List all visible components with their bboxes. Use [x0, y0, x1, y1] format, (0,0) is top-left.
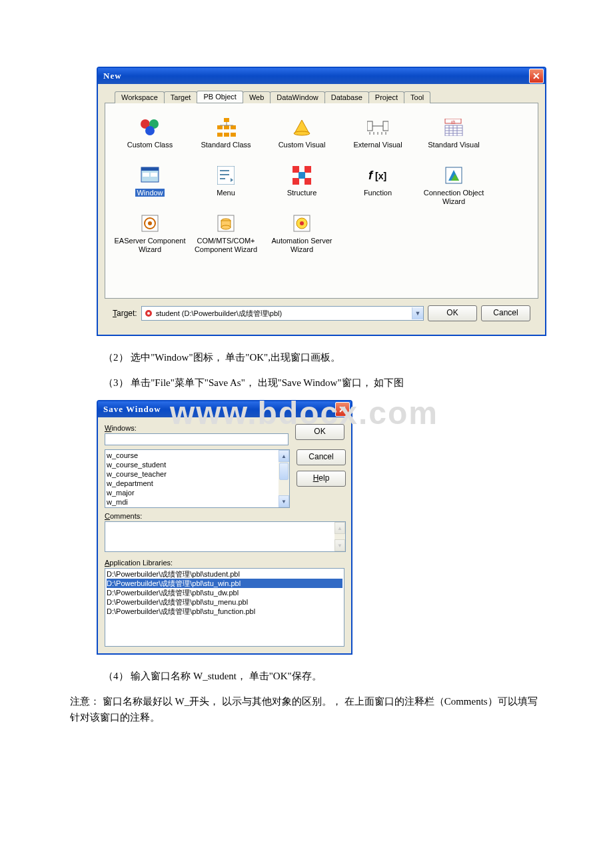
svg-rect-5	[224, 125, 229, 129]
list-item[interactable]: w_course_teacher	[107, 469, 288, 479]
svg-rect-41	[305, 166, 311, 173]
tab-tool[interactable]: Tool	[404, 91, 430, 103]
scroll-up-icon: ▲	[334, 522, 345, 534]
obj-com-wizard[interactable]: COM/MTS/COM+ Component Wizard	[188, 207, 264, 255]
svg-rect-32	[141, 167, 159, 171]
svg-rect-44	[299, 172, 305, 179]
tab-database[interactable]: Database	[324, 91, 369, 103]
save-window-dialog: Save Window ✕ Windows: OK w_course w_cou…	[97, 400, 352, 655]
obj-standard-visual[interactable]: ok Standard Visual	[416, 111, 492, 159]
help-button[interactable]: Help	[297, 471, 346, 487]
applib-list[interactable]: D:\Powerbuilder\成绩管理\pbl\student.pbl D:\…	[105, 568, 344, 647]
svg-text:ok: ok	[451, 119, 456, 123]
cancel-button[interactable]: Cancel	[481, 305, 530, 321]
svg-rect-9	[231, 133, 236, 137]
list-item[interactable]: D:\Powerbuilder\成绩管理\pbl\stu_dw.pbl	[107, 588, 342, 597]
scrollbar: ▲ ▼	[334, 522, 345, 551]
svg-rect-7	[217, 133, 223, 137]
svg-point-61	[147, 312, 150, 315]
list-item[interactable]: w_major	[107, 488, 288, 497]
tab-web[interactable]: Web	[243, 91, 271, 103]
step3-text: （3） 单击"File"菜单下"Save As"， 出现"Save Window…	[103, 375, 546, 391]
dialog-title: New	[103, 71, 529, 81]
svg-rect-3	[224, 118, 229, 122]
svg-rect-33	[143, 173, 149, 177]
svg-point-56	[221, 225, 231, 229]
scroll-down-icon[interactable]: ▼	[279, 495, 289, 507]
tab-target[interactable]: Target	[164, 91, 198, 103]
ok-button[interactable]: OK	[295, 424, 344, 440]
step4-text: （4） 输入窗口名称 W_student， 单击"OK"保存。	[103, 668, 546, 684]
windows-label: Windows:	[105, 424, 289, 432]
target-label: Target:	[113, 309, 137, 318]
obj-window[interactable]: Window	[112, 159, 188, 207]
obj-custom-visual[interactable]: Custom Visual	[264, 111, 340, 159]
obj-external-visual[interactable]: External Visual	[340, 111, 416, 159]
svg-text:[x]: [x]	[375, 171, 386, 181]
svg-rect-6	[231, 125, 236, 129]
comments-input[interactable]: ▲ ▼	[105, 521, 346, 552]
list-item[interactable]: w_course_student	[107, 460, 288, 469]
scrollbar[interactable]: ▲ ▼	[279, 450, 289, 507]
close-icon[interactable]: ✕	[335, 402, 350, 417]
list-item[interactable]: D:\Powerbuilder\成绩管理\pbl\stu_function.pb…	[107, 607, 342, 616]
scroll-up-icon[interactable]: ▲	[279, 450, 289, 462]
obj-structure[interactable]: Structure	[264, 159, 340, 207]
chevron-down-icon[interactable]: ▼	[412, 307, 423, 319]
comments-label: Comments:	[105, 512, 344, 520]
tab-panel: Custom Class Standard Class Custom Visua…	[105, 103, 538, 299]
svg-rect-14	[367, 121, 372, 131]
close-icon[interactable]: ✕	[529, 69, 544, 83]
list-item[interactable]: D:\Powerbuilder\成绩管理\pbl\stu_win.pbl	[107, 579, 342, 588]
obj-function[interactable]: f[x] Function	[340, 159, 416, 207]
tab-row: Workspace Target PB Object Web DataWindo…	[115, 91, 538, 103]
tab-pbobject[interactable]: PB Object	[197, 91, 243, 103]
list-item[interactable]: w_department	[107, 479, 288, 488]
list-item[interactable]: D:\Powerbuilder\成绩管理\pbl\student.pbl	[107, 569, 342, 579]
svg-rect-15	[383, 121, 388, 131]
svg-rect-40	[293, 166, 299, 173]
svg-point-59	[300, 221, 304, 225]
save-title: Save Window	[103, 404, 335, 415]
svg-rect-42	[293, 178, 299, 185]
cancel-button[interactable]: Cancel	[297, 449, 346, 465]
windows-list[interactable]: w_course w_course_student w_course_teach…	[105, 449, 290, 508]
applib-label: Application Libraries:	[105, 559, 344, 567]
target-value: student (D:\Powerbuilder\成绩管理\pbl)	[156, 309, 412, 319]
ok-button[interactable]: OK	[428, 305, 477, 321]
obj-easerver-wizard[interactable]: EAServer Component Wizard	[112, 207, 188, 255]
obj-menu[interactable]: Menu	[188, 159, 264, 207]
step2-text: （2） 选中"Window"图标， 单击"OK",出现窗口画板。	[103, 349, 546, 365]
scroll-down-icon: ▼	[334, 539, 345, 551]
obj-custom-class[interactable]: Custom Class	[112, 111, 188, 159]
tab-workspace[interactable]: Workspace	[115, 91, 165, 103]
note-text: 注意： 窗口名称最好以 W_开头， 以示与其他对象的区别。， 在上面窗口的注释栏…	[70, 693, 546, 725]
target-icon	[144, 309, 153, 318]
scroll-thumb[interactable]	[279, 463, 289, 480]
windows-input[interactable]	[105, 433, 289, 445]
titlebar: New ✕	[98, 68, 545, 84]
svg-text:f: f	[368, 169, 374, 182]
svg-point-13	[294, 131, 310, 135]
svg-rect-34	[151, 173, 157, 177]
obj-standard-class[interactable]: Standard Class	[188, 111, 264, 159]
svg-rect-43	[305, 178, 311, 185]
tab-datawindow[interactable]: DataWindow	[270, 91, 324, 103]
tab-project[interactable]: Project	[368, 91, 404, 103]
obj-connection-wizard[interactable]: Connection Object Wizard	[416, 159, 492, 207]
svg-rect-4	[217, 125, 223, 129]
new-dialog: New ✕ Workspace Target PB Object Web Dat…	[97, 67, 546, 336]
obj-automation-wizard[interactable]: Automation Server Wizard	[264, 207, 340, 255]
svg-point-2	[145, 126, 155, 135]
save-titlebar: Save Window ✕	[98, 401, 351, 417]
list-item[interactable]: w_course	[107, 451, 288, 460]
target-select[interactable]: student (D:\Powerbuilder\成绩管理\pbl) ▼	[141, 306, 424, 321]
svg-point-52	[148, 221, 152, 225]
list-item[interactable]: D:\Powerbuilder\成绩管理\pbl\stu_menu.pbl	[107, 597, 342, 607]
svg-rect-8	[224, 133, 229, 137]
list-item[interactable]: w_mdi	[107, 497, 288, 507]
